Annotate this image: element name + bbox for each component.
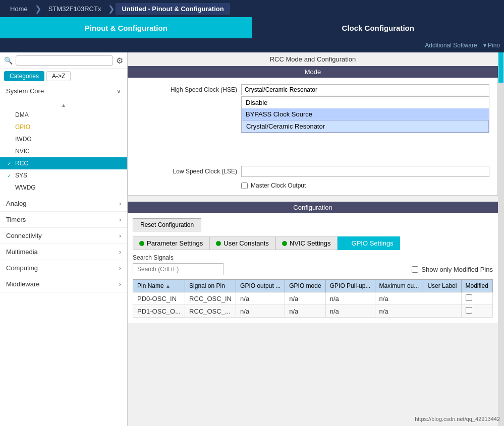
cell-user-label-1	[423, 305, 461, 318]
dropdown-disable[interactable]: Disable	[242, 97, 489, 108]
hse-dropdown[interactable]: Disable BYPASS Clock Source Crystal/Cera…	[241, 96, 489, 133]
category-timers[interactable]: Timers ›	[0, 212, 127, 228]
config-section-header: Configuration	[128, 202, 498, 213]
cell-max-output-1: n/a	[375, 305, 423, 318]
category-timers-label: Timers	[6, 216, 26, 223]
category-multimedia-label: Multimedia	[6, 248, 38, 256]
col-user-label[interactable]: User Label	[423, 280, 461, 292]
col-gpio-pull[interactable]: GPIO Pull-up...	[325, 280, 375, 292]
sidebar: 🔍 ⚙ Categories A->Z System Core ∨ ▲ DMA …	[0, 52, 128, 426]
sidebar-item-rcc[interactable]: RCC	[0, 157, 127, 169]
category-connectivity[interactable]: Connectivity ›	[0, 228, 127, 244]
breadcrumb-current[interactable]: Untitled - Pinout & Configuration	[116, 3, 230, 15]
cell-signal-0: RCC_OSC_IN	[185, 292, 236, 305]
low-speed-row: Low Speed Clock (LSE)	[136, 166, 489, 177]
sidebar-item-wwdg[interactable]: WWDG	[0, 181, 127, 194]
user-constants-dot	[216, 241, 221, 246]
breadcrumb-device[interactable]: STM32F103RCTx	[42, 3, 107, 15]
high-speed-row: High Speed Clock (HSE) Crystal/Ceramic R…	[136, 84, 489, 95]
sidebar-item-dma[interactable]: DMA	[0, 109, 127, 121]
modified-checkbox-1[interactable]	[466, 307, 472, 314]
cell-gpio-mode-0: n/a	[285, 292, 325, 305]
category-connectivity-label: Connectivity	[6, 232, 42, 239]
pin-sort-icon: ▲	[165, 283, 171, 289]
dropdown-crystal[interactable]: Crystal/Ceramic Resonator	[242, 120, 489, 133]
tab-parameter-settings[interactable]: Parameter Settings	[133, 236, 209, 250]
cell-gpio-output-0: n/a	[236, 292, 285, 305]
modified-checkbox-0[interactable]	[466, 294, 472, 301]
col-gpio-mode[interactable]: GPIO mode	[285, 280, 325, 292]
table-row: PD1-OSC_O... RCC_OSC_... n/a n/a n/a n/a	[133, 305, 493, 318]
system-core-items: ▲ DMA GPIO IWDG NVIC RCC SYS WWDG	[0, 99, 127, 196]
cell-gpio-pull-0: n/a	[325, 292, 375, 305]
category-multimedia[interactable]: Multimedia ›	[0, 244, 127, 260]
cell-modified-1	[461, 305, 492, 318]
filter-tab-az[interactable]: A->Z	[46, 71, 71, 81]
analog-arrow: ›	[119, 200, 121, 207]
config-tabs: Parameter Settings User Constants NVIC S…	[133, 236, 493, 250]
computing-arrow: ›	[119, 265, 121, 272]
tab-nvic-settings[interactable]: NVIC Settings	[275, 236, 338, 250]
right-scroll-thumb[interactable]	[498, 52, 503, 83]
category-computing[interactable]: Computing ›	[0, 260, 127, 276]
nav-additional-software[interactable]: Additional Software	[425, 42, 477, 49]
col-signal[interactable]: Signal on Pin	[185, 280, 236, 292]
high-speed-select[interactable]: Crystal/Ceramic Resonator	[241, 84, 489, 95]
search-signals-label: Search Signals	[133, 254, 493, 261]
content-area: RCC Mode and Configuration Mode High Spe…	[128, 52, 498, 426]
nav-pino[interactable]: ▾ Pino	[483, 42, 500, 49]
config-section: Configuration Reset Configuration Parame…	[128, 202, 498, 323]
col-gpio-output[interactable]: GPIO output ...	[236, 280, 285, 292]
right-scrollbar[interactable]	[498, 52, 504, 426]
multimedia-arrow: ›	[119, 249, 121, 256]
search-icon: 🔍	[4, 56, 13, 65]
col-max-output[interactable]: Maximum ou...	[375, 280, 423, 292]
timers-arrow: ›	[119, 216, 121, 223]
reset-config-button[interactable]: Reset Configuration	[133, 218, 201, 231]
top-tabs: Pinout & Configuration Clock Configurati…	[0, 17, 504, 38]
category-middleware[interactable]: Middleware ›	[0, 276, 127, 292]
search-signals-input[interactable]	[133, 263, 223, 275]
search-input[interactable]	[16, 55, 113, 66]
low-speed-select[interactable]	[241, 166, 489, 177]
middleware-arrow: ›	[119, 281, 121, 288]
connectivity-arrow: ›	[119, 232, 121, 239]
category-system-core-label: System Core	[6, 87, 44, 95]
tab-clock[interactable]: Clock Configuration	[252, 17, 505, 38]
master-clock-checkbox[interactable]	[241, 182, 248, 189]
sidebar-item-sys[interactable]: SYS	[0, 169, 127, 181]
filter-tab-categories[interactable]: Categories	[4, 71, 44, 81]
mode-section-header: Mode	[128, 66, 498, 78]
cell-pin-name-0: PD0-OSC_IN	[133, 292, 185, 305]
category-system-core[interactable]: System Core ∨	[0, 83, 127, 99]
category-analog[interactable]: Analog ›	[0, 196, 127, 212]
scroll-up-arrow[interactable]: ▲	[0, 101, 127, 109]
user-constants-label: User Constants	[223, 239, 269, 247]
breadcrumb-home[interactable]: Home	[4, 3, 34, 15]
dropdown-bypass[interactable]: BYPASS Clock Source	[242, 108, 489, 120]
gear-icon[interactable]: ⚙	[116, 56, 123, 66]
master-clock-label: Master Clock Output	[251, 182, 306, 189]
system-core-arrow: ∨	[117, 88, 121, 95]
master-clock-row: Master Clock Output	[241, 182, 489, 189]
gpio-settings-label: GPIO Settings	[352, 239, 394, 247]
sidebar-item-gpio[interactable]: GPIO	[0, 121, 127, 133]
sidebar-item-nvic[interactable]: NVIC	[0, 145, 127, 157]
sidebar-item-iwdg[interactable]: IWDG	[0, 133, 127, 145]
show-modified-checkbox[interactable]	[412, 266, 418, 273]
cell-gpio-mode-1: n/a	[285, 305, 325, 318]
parameter-settings-label: Parameter Settings	[147, 239, 203, 247]
cell-gpio-output-1: n/a	[236, 305, 285, 318]
tab-pinout[interactable]: Pinout & Configuration	[0, 17, 252, 38]
tab-gpio-settings[interactable]: GPIO Settings	[338, 236, 400, 250]
filter-tabs: Categories A->Z	[0, 69, 127, 83]
col-pin-name[interactable]: Pin Name ▲	[133, 280, 185, 292]
breadcrumb: Home ❯ STM32F103RCTx ❯ Untitled - Pinout…	[0, 0, 504, 17]
parameter-dot	[139, 241, 144, 246]
tab-user-constants[interactable]: User Constants	[209, 236, 275, 250]
category-computing-label: Computing	[6, 264, 38, 272]
cell-gpio-pull-1: n/a	[325, 305, 375, 318]
category-middleware-label: Middleware	[6, 280, 39, 288]
cell-modified-0	[461, 292, 492, 305]
col-modified[interactable]: Modified	[461, 280, 492, 292]
